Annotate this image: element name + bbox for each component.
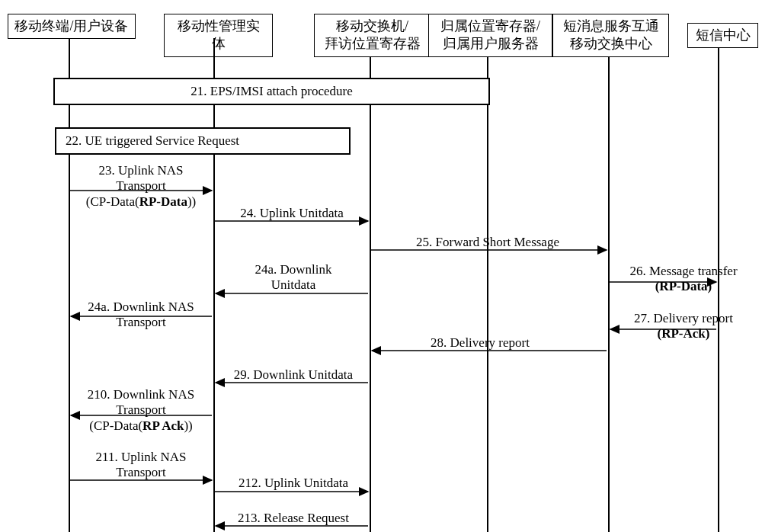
participant-ue: 移动终端/用户设备 <box>8 14 136 39</box>
label-24a-nas: 24a. Downlink NAS Transport <box>72 300 210 331</box>
label-210: 210. Downlink NAS Transport (CP-Data(RP … <box>72 387 210 434</box>
participant-msc-vlr: 移动交换机/ 拜访位置寄存器 <box>314 14 431 57</box>
participant-smsiw: 短消息服务互通 移动交换中心 <box>552 14 669 57</box>
label-24a: 24a. Downlink Unitdata <box>236 262 351 293</box>
lifeline-ue <box>69 38 70 532</box>
participant-msc-vlr-l1: 移动交换机/ <box>336 18 408 34</box>
lifeline-mme <box>213 38 215 532</box>
participant-smsiw-l2: 移动交换中心 <box>570 36 652 51</box>
participant-msc-vlr-l2: 拜访位置寄存器 <box>325 36 421 51</box>
participant-mme: 移动性管理实体 <box>164 14 273 57</box>
label-24: 24. Uplink Unitdata <box>227 206 357 221</box>
label-25: 25. Forward Short Message <box>381 235 594 250</box>
lifeline-hlr-hss <box>487 57 488 532</box>
label-23: 23. Uplink NAS Transport (CP-Data(RP-Dat… <box>76 163 206 210</box>
msg-21: 21. EPS/IMSI attach procedure <box>53 78 490 105</box>
lifeline-smsiw <box>608 57 610 532</box>
lifeline-msc-vlr <box>370 57 371 532</box>
label-211: 211. Uplink NAS Transport <box>80 450 202 481</box>
participant-hlr-hss: 归属位置寄存器/ 归属用户服务器 <box>428 14 552 57</box>
label-213: 213. Release Request <box>221 511 366 526</box>
participant-hlr-hss-l1: 归属位置寄存器/ <box>440 18 540 34</box>
msg-22: 22. UE triggered Service Request <box>55 127 351 155</box>
participant-smsc: 短信中心 <box>687 23 758 48</box>
participant-smsiw-l1: 短消息服务互通 <box>563 18 659 34</box>
participant-hlr-hss-l2: 归属用户服务器 <box>443 36 539 51</box>
label-29: 29. Downlink Unitdata <box>221 367 366 383</box>
label-26: 26. Message transfer (RP-Data) <box>619 264 748 295</box>
label-212: 212. Uplink Unitdata <box>221 476 366 491</box>
label-28: 28. Delivery report <box>404 335 556 351</box>
label-27: 27. Delivery report (RP-Ack) <box>619 311 748 342</box>
